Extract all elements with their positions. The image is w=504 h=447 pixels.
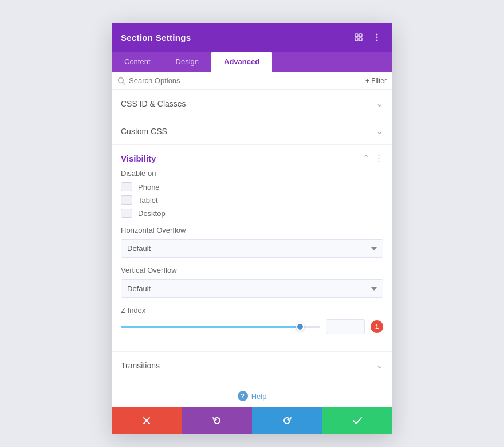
- transitions-chevron: ⌄: [376, 360, 383, 371]
- vertical-overflow-select[interactable]: Default Visible Hidden Scroll Auto: [121, 279, 383, 298]
- svg-point-4: [376, 34, 378, 36]
- checkbox-tablet[interactable]: [121, 195, 132, 205]
- css-id-label: CSS ID & Classes: [121, 99, 186, 108]
- checkbox-tablet-label: Tablet: [138, 196, 158, 205]
- custom-css-section-row[interactable]: Custom CSS ⌄: [112, 117, 392, 145]
- svg-rect-0: [355, 34, 358, 37]
- horizontal-overflow-group: Horizontal Overflow Default Visible Hidd…: [121, 226, 383, 258]
- reset-icon: [212, 416, 222, 425]
- z-index-group: Z Index 99999 1: [121, 306, 383, 334]
- help-row: ? Help: [112, 379, 392, 407]
- checkbox-phone-row: Phone: [121, 182, 383, 191]
- visibility-more-icon[interactable]: ⋮: [375, 153, 383, 163]
- tab-design[interactable]: Design: [163, 52, 211, 72]
- tabs-bar: Content Design Advanced: [112, 52, 392, 72]
- css-id-section-row[interactable]: CSS ID & Classes ⌄: [112, 90, 392, 117]
- checkbox-group: Phone Tablet Desktop: [121, 182, 383, 218]
- search-input[interactable]: [129, 76, 362, 85]
- checkbox-desktop-row: Desktop: [121, 209, 383, 218]
- visibility-collapse-icon[interactable]: ⌃: [363, 153, 370, 163]
- reset-button[interactable]: [182, 407, 253, 434]
- horizontal-overflow-select[interactable]: Default Visible Hidden Scroll Auto: [121, 239, 383, 258]
- tab-advanced[interactable]: Advanced: [211, 52, 272, 72]
- horizontal-overflow-label: Horizontal Overflow: [121, 226, 383, 234]
- z-index-input[interactable]: 99999: [326, 319, 365, 334]
- svg-point-6: [376, 40, 378, 41]
- z-index-label: Z Index: [121, 306, 383, 315]
- svg-rect-2: [355, 38, 358, 41]
- checkbox-tablet-row: Tablet: [121, 195, 383, 205]
- search-bar: + Filter: [112, 72, 392, 90]
- section-settings-modal: Section Settings Content Design: [112, 23, 392, 434]
- visibility-section: Visibility ⌃ ⋮ Disable on Phone Tablet: [112, 145, 392, 352]
- save-button[interactable]: [322, 407, 393, 434]
- vertical-overflow-group: Vertical Overflow Default Visible Hidden…: [121, 266, 383, 298]
- z-index-badge: 1: [371, 320, 383, 333]
- svg-rect-1: [359, 34, 362, 37]
- z-index-slider-row: 99999 1: [121, 319, 383, 334]
- svg-line-8: [123, 82, 125, 84]
- modal-title: Section Settings: [121, 33, 191, 42]
- visibility-controls: ⌃ ⋮: [363, 153, 383, 163]
- filter-button[interactable]: + Filter: [365, 77, 387, 85]
- search-icon: [117, 77, 125, 85]
- custom-css-chevron: ⌄: [376, 126, 383, 136]
- z-index-slider-track[interactable]: [121, 326, 320, 328]
- svg-rect-3: [359, 38, 362, 41]
- help-icon[interactable]: ?: [238, 391, 248, 401]
- transitions-label: Transitions: [121, 361, 160, 370]
- footer-bar: [112, 407, 392, 434]
- css-id-chevron: ⌄: [376, 98, 383, 109]
- disable-on-group: Disable on Phone Tablet Desktop: [121, 169, 383, 218]
- cancel-icon: [143, 417, 151, 425]
- checkbox-phone-label: Phone: [138, 183, 160, 191]
- transitions-section-row[interactable]: Transitions ⌄: [112, 352, 392, 379]
- settings-content: CSS ID & Classes ⌄ Custom CSS ⌄ Visibili…: [112, 90, 392, 407]
- header-icons: [352, 31, 383, 44]
- layout-icon[interactable]: [352, 31, 365, 44]
- z-index-slider-thumb[interactable]: [296, 323, 304, 331]
- help-text[interactable]: Help: [251, 392, 267, 401]
- tab-content[interactable]: Content: [112, 52, 163, 72]
- checkbox-phone[interactable]: [121, 182, 132, 191]
- redo-icon: [282, 416, 292, 425]
- custom-css-label: Custom CSS: [121, 127, 167, 136]
- visibility-title: Visibility: [121, 154, 156, 163]
- save-icon: [353, 417, 362, 424]
- cancel-button[interactable]: [112, 407, 182, 434]
- checkbox-desktop-label: Desktop: [138, 209, 166, 218]
- disable-on-label: Disable on: [121, 169, 383, 178]
- modal-header: Section Settings: [112, 23, 392, 52]
- vertical-overflow-label: Vertical Overflow: [121, 266, 383, 275]
- checkbox-desktop[interactable]: [121, 209, 132, 218]
- z-index-slider-fill: [121, 326, 300, 328]
- more-icon[interactable]: [371, 31, 383, 44]
- redo-button[interactable]: [252, 407, 322, 434]
- visibility-header: Visibility ⌃ ⋮: [121, 145, 383, 169]
- svg-point-5: [376, 37, 378, 38]
